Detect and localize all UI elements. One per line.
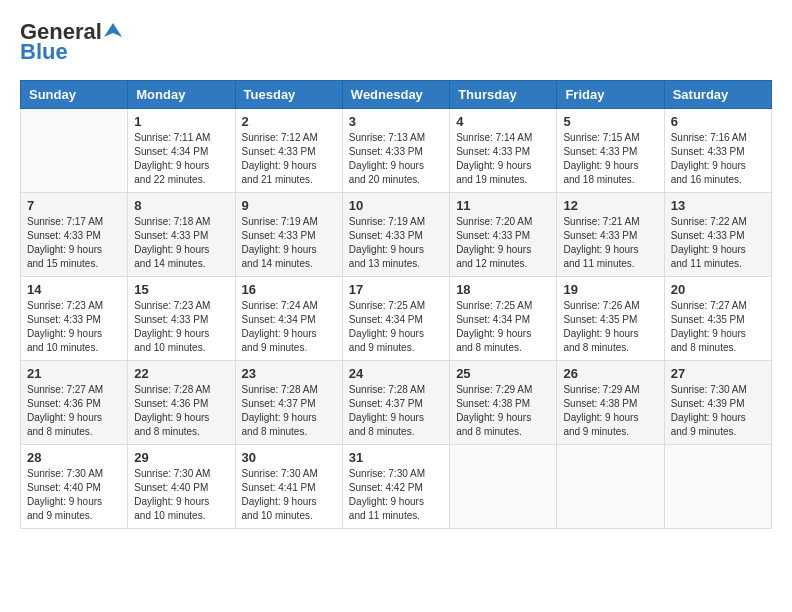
calendar-cell: 20Sunrise: 7:27 AM Sunset: 4:35 PM Dayli… [664, 277, 771, 361]
calendar-cell: 31Sunrise: 7:30 AM Sunset: 4:42 PM Dayli… [342, 445, 449, 529]
calendar-cell: 29Sunrise: 7:30 AM Sunset: 4:40 PM Dayli… [128, 445, 235, 529]
day-number: 3 [349, 114, 443, 129]
calendar-cell: 17Sunrise: 7:25 AM Sunset: 4:34 PM Dayli… [342, 277, 449, 361]
day-info: Sunrise: 7:28 AM Sunset: 4:37 PM Dayligh… [349, 383, 443, 439]
calendar-cell: 21Sunrise: 7:27 AM Sunset: 4:36 PM Dayli… [21, 361, 128, 445]
logo-bird-icon [104, 21, 122, 39]
day-info: Sunrise: 7:22 AM Sunset: 4:33 PM Dayligh… [671, 215, 765, 271]
calendar-cell: 11Sunrise: 7:20 AM Sunset: 4:33 PM Dayli… [450, 193, 557, 277]
day-number: 26 [563, 366, 657, 381]
calendar-cell: 12Sunrise: 7:21 AM Sunset: 4:33 PM Dayli… [557, 193, 664, 277]
day-number: 7 [27, 198, 121, 213]
calendar-cell: 8Sunrise: 7:18 AM Sunset: 4:33 PM Daylig… [128, 193, 235, 277]
day-info: Sunrise: 7:18 AM Sunset: 4:33 PM Dayligh… [134, 215, 228, 271]
day-number: 12 [563, 198, 657, 213]
calendar-cell: 18Sunrise: 7:25 AM Sunset: 4:34 PM Dayli… [450, 277, 557, 361]
day-number: 5 [563, 114, 657, 129]
day-number: 17 [349, 282, 443, 297]
day-number: 23 [242, 366, 336, 381]
day-number: 28 [27, 450, 121, 465]
calendar-cell: 3Sunrise: 7:13 AM Sunset: 4:33 PM Daylig… [342, 109, 449, 193]
calendar-cell: 27Sunrise: 7:30 AM Sunset: 4:39 PM Dayli… [664, 361, 771, 445]
day-number: 29 [134, 450, 228, 465]
day-number: 14 [27, 282, 121, 297]
day-number: 31 [349, 450, 443, 465]
calendar-cell: 2Sunrise: 7:12 AM Sunset: 4:33 PM Daylig… [235, 109, 342, 193]
calendar-cell [450, 445, 557, 529]
day-info: Sunrise: 7:20 AM Sunset: 4:33 PM Dayligh… [456, 215, 550, 271]
day-info: Sunrise: 7:30 AM Sunset: 4:42 PM Dayligh… [349, 467, 443, 523]
day-info: Sunrise: 7:12 AM Sunset: 4:33 PM Dayligh… [242, 131, 336, 187]
day-number: 6 [671, 114, 765, 129]
day-number: 11 [456, 198, 550, 213]
day-info: Sunrise: 7:16 AM Sunset: 4:33 PM Dayligh… [671, 131, 765, 187]
day-info: Sunrise: 7:30 AM Sunset: 4:40 PM Dayligh… [27, 467, 121, 523]
calendar-cell: 4Sunrise: 7:14 AM Sunset: 4:33 PM Daylig… [450, 109, 557, 193]
day-info: Sunrise: 7:19 AM Sunset: 4:33 PM Dayligh… [242, 215, 336, 271]
calendar-cell: 14Sunrise: 7:23 AM Sunset: 4:33 PM Dayli… [21, 277, 128, 361]
weekday-header-wednesday: Wednesday [342, 81, 449, 109]
day-info: Sunrise: 7:23 AM Sunset: 4:33 PM Dayligh… [27, 299, 121, 355]
day-number: 16 [242, 282, 336, 297]
day-info: Sunrise: 7:29 AM Sunset: 4:38 PM Dayligh… [563, 383, 657, 439]
page-header: General Blue [20, 20, 772, 64]
calendar-cell: 25Sunrise: 7:29 AM Sunset: 4:38 PM Dayli… [450, 361, 557, 445]
day-number: 10 [349, 198, 443, 213]
calendar-cell: 19Sunrise: 7:26 AM Sunset: 4:35 PM Dayli… [557, 277, 664, 361]
calendar-week-row: 7Sunrise: 7:17 AM Sunset: 4:33 PM Daylig… [21, 193, 772, 277]
calendar-cell [557, 445, 664, 529]
calendar-week-row: 1Sunrise: 7:11 AM Sunset: 4:34 PM Daylig… [21, 109, 772, 193]
day-number: 19 [563, 282, 657, 297]
day-number: 27 [671, 366, 765, 381]
svg-marker-0 [104, 23, 122, 37]
day-info: Sunrise: 7:11 AM Sunset: 4:34 PM Dayligh… [134, 131, 228, 187]
day-number: 25 [456, 366, 550, 381]
calendar-cell: 22Sunrise: 7:28 AM Sunset: 4:36 PM Dayli… [128, 361, 235, 445]
calendar-cell: 13Sunrise: 7:22 AM Sunset: 4:33 PM Dayli… [664, 193, 771, 277]
calendar-cell: 16Sunrise: 7:24 AM Sunset: 4:34 PM Dayli… [235, 277, 342, 361]
calendar-week-row: 28Sunrise: 7:30 AM Sunset: 4:40 PM Dayli… [21, 445, 772, 529]
day-info: Sunrise: 7:14 AM Sunset: 4:33 PM Dayligh… [456, 131, 550, 187]
calendar-cell [664, 445, 771, 529]
calendar-cell: 5Sunrise: 7:15 AM Sunset: 4:33 PM Daylig… [557, 109, 664, 193]
calendar-cell: 26Sunrise: 7:29 AM Sunset: 4:38 PM Dayli… [557, 361, 664, 445]
day-info: Sunrise: 7:28 AM Sunset: 4:36 PM Dayligh… [134, 383, 228, 439]
weekday-header-sunday: Sunday [21, 81, 128, 109]
weekday-header-friday: Friday [557, 81, 664, 109]
day-number: 13 [671, 198, 765, 213]
calendar-cell: 7Sunrise: 7:17 AM Sunset: 4:33 PM Daylig… [21, 193, 128, 277]
calendar-cell: 9Sunrise: 7:19 AM Sunset: 4:33 PM Daylig… [235, 193, 342, 277]
day-number: 4 [456, 114, 550, 129]
weekday-header-thursday: Thursday [450, 81, 557, 109]
day-info: Sunrise: 7:19 AM Sunset: 4:33 PM Dayligh… [349, 215, 443, 271]
calendar-cell: 10Sunrise: 7:19 AM Sunset: 4:33 PM Dayli… [342, 193, 449, 277]
day-number: 2 [242, 114, 336, 129]
day-info: Sunrise: 7:26 AM Sunset: 4:35 PM Dayligh… [563, 299, 657, 355]
day-number: 30 [242, 450, 336, 465]
calendar-week-row: 14Sunrise: 7:23 AM Sunset: 4:33 PM Dayli… [21, 277, 772, 361]
calendar-cell [21, 109, 128, 193]
calendar-cell: 24Sunrise: 7:28 AM Sunset: 4:37 PM Dayli… [342, 361, 449, 445]
day-info: Sunrise: 7:27 AM Sunset: 4:35 PM Dayligh… [671, 299, 765, 355]
weekday-header-saturday: Saturday [664, 81, 771, 109]
calendar-week-row: 21Sunrise: 7:27 AM Sunset: 4:36 PM Dayli… [21, 361, 772, 445]
day-number: 8 [134, 198, 228, 213]
day-info: Sunrise: 7:13 AM Sunset: 4:33 PM Dayligh… [349, 131, 443, 187]
calendar-cell: 15Sunrise: 7:23 AM Sunset: 4:33 PM Dayli… [128, 277, 235, 361]
day-info: Sunrise: 7:30 AM Sunset: 4:40 PM Dayligh… [134, 467, 228, 523]
day-number: 24 [349, 366, 443, 381]
day-info: Sunrise: 7:17 AM Sunset: 4:33 PM Dayligh… [27, 215, 121, 271]
logo-blue-text: Blue [20, 40, 122, 64]
day-info: Sunrise: 7:23 AM Sunset: 4:33 PM Dayligh… [134, 299, 228, 355]
calendar-cell: 30Sunrise: 7:30 AM Sunset: 4:41 PM Dayli… [235, 445, 342, 529]
day-number: 1 [134, 114, 228, 129]
calendar-cell: 28Sunrise: 7:30 AM Sunset: 4:40 PM Dayli… [21, 445, 128, 529]
day-number: 18 [456, 282, 550, 297]
day-info: Sunrise: 7:28 AM Sunset: 4:37 PM Dayligh… [242, 383, 336, 439]
day-info: Sunrise: 7:25 AM Sunset: 4:34 PM Dayligh… [456, 299, 550, 355]
day-info: Sunrise: 7:24 AM Sunset: 4:34 PM Dayligh… [242, 299, 336, 355]
day-info: Sunrise: 7:27 AM Sunset: 4:36 PM Dayligh… [27, 383, 121, 439]
day-number: 22 [134, 366, 228, 381]
weekday-header-tuesday: Tuesday [235, 81, 342, 109]
day-number: 9 [242, 198, 336, 213]
